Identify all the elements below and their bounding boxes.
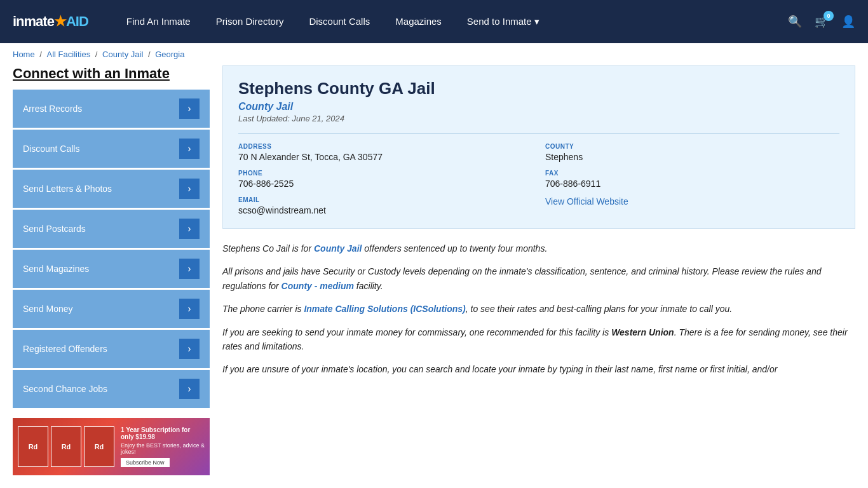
sidebar-item-second-chance-jobs[interactable]: Second Chance Jobs ›: [13, 370, 210, 408]
ics-solutions-link[interactable]: Inmate Calling Solutions (ICSolutions): [304, 304, 465, 314]
desc-para-1: Stephens Co Jail is for County Jail offe…: [222, 241, 855, 255]
email-label: EMAIL: [238, 196, 532, 203]
main-nav: Find An Inmate Prison Directory Discount…: [114, 0, 788, 43]
ad-magazine-cover: Rd: [18, 426, 48, 467]
facility-name: Stephens County GA Jail: [238, 79, 839, 98]
sidebar-item-label: Send Money: [23, 304, 73, 314]
sidebar-item-label: Discount Calls: [23, 144, 79, 154]
arrow-icon: ›: [179, 98, 200, 119]
facility-details: ADDRESS 70 N Alexander St, Tocca, GA 305…: [238, 133, 839, 215]
facility-updated: Last Updated: June 21, 2024: [238, 114, 839, 123]
cart-badge: 0: [824, 11, 834, 21]
sidebar-item-send-letters-photos[interactable]: Send Letters & Photos ›: [13, 170, 210, 208]
arrow-icon: ›: [179, 179, 200, 199]
desc-para-4: If you are seeking to send your inmate m…: [222, 325, 855, 354]
header: inmate★AID Find An Inmate Prison Directo…: [0, 0, 868, 43]
desc-para-5: If you are unsure of your inmate's locat…: [222, 362, 855, 376]
county-block: COUNTY Stephens: [545, 143, 839, 162]
breadcrumb-home[interactable]: Home: [13, 50, 35, 59]
sidebar-item-label: Send Magazines: [23, 264, 89, 274]
arrow-icon: ›: [179, 139, 200, 159]
arrow-icon: ›: [179, 259, 200, 279]
arrow-icon: ›: [179, 219, 200, 239]
logo-icon: ★: [54, 13, 66, 29]
logo-prefix: inmate: [13, 13, 54, 29]
sidebar-item-send-money[interactable]: Send Money ›: [13, 290, 210, 328]
breadcrumb-georgia[interactable]: Georgia: [155, 50, 184, 59]
email-value: scso@windstream.net: [238, 205, 532, 215]
county-jail-link[interactable]: County Jail: [314, 243, 362, 254]
sidebar-item-label: Registered Offenders: [23, 344, 107, 354]
search-icon[interactable]: 🔍: [788, 15, 802, 29]
nav-magazines[interactable]: Magazines: [383, 0, 454, 43]
phone-block: PHONE 706-886-2525: [238, 170, 532, 189]
address-value: 70 N Alexander St, Tocca, GA 30577: [238, 152, 532, 162]
sidebar-menu: Arrest Records › Discount Calls › Send L…: [13, 90, 210, 408]
facility-card: Stephens County GA Jail County Jail Last…: [222, 65, 855, 229]
ad-tagline: Enjoy the BEST stories, advice & jokes!: [121, 442, 205, 455]
phone-value: 706-886-2525: [238, 179, 532, 189]
view-official-website-link[interactable]: View Official Website: [545, 196, 628, 207]
sidebar-item-discount-calls[interactable]: Discount Calls ›: [13, 130, 210, 168]
user-icon[interactable]: 👤: [841, 15, 855, 29]
county-medium-link[interactable]: County - medium: [281, 281, 354, 291]
nav-discount-calls[interactable]: Discount Calls: [296, 0, 383, 43]
website-block: View Official Website: [545, 196, 839, 215]
breadcrumb: Home / All Facilities / County Jail / Ge…: [0, 43, 868, 65]
fax-value: 706-886-6911: [545, 179, 839, 189]
arrow-icon: ›: [179, 339, 200, 359]
sidebar: Connect with an Inmate Arrest Records › …: [13, 65, 210, 475]
nav-prison-directory[interactable]: Prison Directory: [203, 0, 297, 43]
county-label: COUNTY: [545, 143, 839, 150]
sidebar-item-registered-offenders[interactable]: Registered Offenders ›: [13, 330, 210, 368]
sidebar-item-arrest-records[interactable]: Arrest Records ›: [13, 90, 210, 128]
address-label: ADDRESS: [238, 143, 532, 150]
county-value: Stephens: [545, 152, 839, 162]
header-icons: 🔍 🛒 0 👤: [788, 15, 855, 29]
email-block: EMAIL scso@windstream.net: [238, 196, 532, 215]
facility-type: County Jail: [238, 101, 839, 112]
breadcrumb-all-facilities[interactable]: All Facilities: [47, 50, 91, 59]
sidebar-item-send-postcards[interactable]: Send Postcards ›: [13, 210, 210, 248]
ad-subscribe-button[interactable]: Subscribe Now: [121, 458, 170, 467]
desc-para-2: All prisons and jails have Security or C…: [222, 264, 855, 293]
arrow-icon: ›: [179, 299, 200, 319]
sidebar-item-label: Second Chance Jobs: [23, 384, 107, 394]
cart-icon[interactable]: 🛒 0: [815, 15, 829, 29]
sidebar-item-send-magazines[interactable]: Send Magazines ›: [13, 250, 210, 288]
logo-text: inmate★AID: [13, 13, 88, 30]
sidebar-item-label: Arrest Records: [23, 104, 82, 114]
sidebar-item-label: Send Postcards: [23, 224, 86, 234]
desc-para-3: The phone carrier is Inmate Calling Solu…: [222, 302, 855, 316]
logo-suffix: AID: [66, 13, 88, 29]
logo[interactable]: inmate★AID: [13, 13, 88, 30]
arrow-icon: ›: [179, 379, 200, 399]
sidebar-title: Connect with an Inmate: [13, 65, 210, 82]
ad-promo-title: 1 Year Subscription for only $19.98: [121, 426, 205, 440]
address-block: ADDRESS 70 N Alexander St, Tocca, GA 305…: [238, 143, 532, 162]
main-content: Connect with an Inmate Arrest Records › …: [0, 65, 868, 488]
fax-label: FAX: [545, 170, 839, 177]
dropdown-arrow-icon: ▾: [534, 0, 539, 43]
phone-label: PHONE: [238, 170, 532, 177]
nav-send-to-inmate[interactable]: Send to Inmate ▾: [454, 0, 552, 43]
facility-description: Stephens Co Jail is for County Jail offe…: [222, 241, 855, 377]
fax-block: FAX 706-886-6911: [545, 170, 839, 189]
nav-find-inmate[interactable]: Find An Inmate: [114, 0, 203, 43]
western-union-text: Western Union: [611, 327, 674, 337]
sidebar-ad[interactable]: Rd Rd Rd 1 Year Subscription for only $1…: [13, 418, 210, 475]
content-area: Stephens County GA Jail County Jail Last…: [222, 65, 855, 475]
sidebar-item-label: Send Letters & Photos: [23, 184, 112, 194]
breadcrumb-county-jail[interactable]: County Jail: [102, 50, 143, 59]
